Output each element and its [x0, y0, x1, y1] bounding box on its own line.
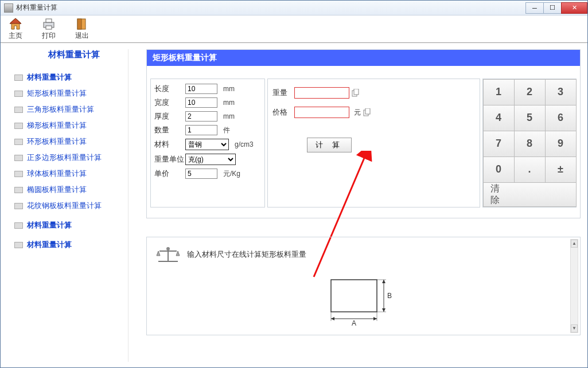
length-label: 长度 [154, 84, 185, 94]
scroll-up-icon[interactable]: ▲ [571, 240, 578, 248]
nav-item-label: 椭圆板料重量计算 [27, 185, 87, 195]
nav-item-label: 材料重量计算 [27, 240, 72, 250]
key-8[interactable]: 8 [514, 131, 546, 157]
svg-marker-20 [373, 317, 377, 320]
key-5[interactable]: 5 [514, 105, 546, 131]
thick-input[interactable] [185, 111, 217, 122]
svg-marker-19 [331, 317, 334, 320]
wunit-select[interactable]: 克(g) [185, 154, 236, 165]
close-button[interactable]: ✕ [561, 2, 587, 14]
toolbar-home-label: 主页 [9, 31, 22, 41]
thick-label: 厚度 [154, 111, 185, 122]
nav-item-5[interactable]: 正多边形板料重量计算 [13, 150, 134, 166]
nav-item-8[interactable]: 花纹钢板板料重量计算 [13, 198, 134, 214]
nav-item-4[interactable]: 环形板料重量计算 [13, 134, 134, 150]
nav-item-label: 花纹钢板板料重量计算 [27, 201, 102, 211]
nav-item-label: 正多边形板料重量计算 [27, 152, 102, 163]
key-1[interactable]: 1 [483, 79, 515, 105]
info-scrollbar[interactable]: ▲ ▼ [570, 239, 578, 333]
material-label: 材料 [154, 139, 185, 150]
doc-icon [14, 155, 23, 161]
nav-item-0[interactable]: 材料重量计算 [13, 69, 134, 85]
nav-item-label: 环形板料重量计算 [27, 136, 87, 147]
svg-rect-17 [331, 280, 377, 312]
key-6[interactable]: 6 [545, 105, 577, 131]
key-4[interactable]: 4 [483, 105, 515, 131]
doc-icon [14, 123, 23, 129]
nav-item-10[interactable]: 材料重量计算 [13, 237, 134, 253]
calc-panel: 矩形板料重量计算 长度 mm 宽度 mm [146, 49, 581, 218]
doc-icon [14, 171, 23, 177]
key-pm[interactable]: ± [545, 156, 577, 183]
key-7[interactable]: 7 [483, 131, 515, 157]
nav-item-6[interactable]: 球体板料重量计算 [13, 166, 134, 182]
nav-item-label: 材料重量计算 [27, 220, 72, 230]
material-select[interactable]: 普钢 [185, 139, 229, 150]
rprice-label: 价格 [272, 107, 294, 118]
toolbar-home[interactable]: 主页 [9, 18, 22, 41]
sidebar: 材料重量计算 材料重量计算 矩形板料重量计算 三角形板料重量计算 梯形板料重量计… [1, 44, 139, 367]
input-form: 长度 mm 宽度 mm 厚度 mm [150, 79, 265, 208]
doc-icon [14, 242, 23, 248]
rect-diagram: A B [326, 275, 395, 327]
svg-text:A: A [352, 319, 356, 327]
keypad: 1 2 3 4 5 6 7 8 9 0 . ± [482, 79, 577, 208]
result-area: 重量 价格 元 [267, 79, 480, 208]
key-2[interactable]: 2 [514, 79, 546, 105]
svg-rect-10 [365, 108, 370, 114]
key-dot[interactable]: . [514, 156, 546, 183]
nav-item-label: 矩形板料重量计算 [27, 88, 87, 99]
thick-unit: mm [223, 112, 235, 120]
svg-rect-3 [46, 19, 52, 22]
weight-output [294, 87, 349, 99]
width-label: 宽度 [154, 97, 185, 108]
price-output [294, 107, 349, 118]
nav-item-1[interactable]: 矩形板料重量计算 [13, 85, 134, 101]
nav-item-9[interactable]: 材料重量计算 [13, 217, 134, 233]
price-unit: 元/Kg [223, 169, 240, 179]
rprice-unit: 元 [354, 108, 361, 118]
doc-icon [14, 187, 23, 193]
nav-item-2[interactable]: 三角形板料重量计算 [13, 101, 134, 118]
toolbar-exit[interactable]: 退出 [75, 18, 89, 41]
nav-item-label: 梯形板料重量计算 [27, 120, 87, 131]
doc-icon [14, 203, 23, 209]
info-panel: 输入材料尺寸在线计算矩形板料重量 A B [146, 237, 581, 335]
svg-marker-24 [382, 308, 385, 312]
key-3[interactable]: 3 [545, 79, 577, 105]
info-text: 输入材料尺寸在线计算矩形板料重量 [187, 249, 306, 260]
length-input[interactable] [185, 84, 217, 94]
svg-marker-23 [382, 280, 385, 283]
key-0[interactable]: 0 [483, 156, 515, 183]
scroll-down-icon[interactable]: ▼ [571, 324, 578, 332]
length-unit: mm [223, 85, 235, 93]
toolbar-print[interactable]: 打印 [42, 18, 56, 41]
svg-marker-1 [10, 18, 21, 24]
copy-icon[interactable] [352, 89, 360, 97]
titlebar: 材料重量计算 ─ ☐ ✕ [1, 1, 587, 15]
svg-rect-8 [354, 89, 359, 95]
qty-input[interactable] [185, 125, 217, 135]
doc-icon [14, 107, 23, 113]
clear-button[interactable]: 清 除 [483, 182, 577, 208]
nav-item-3[interactable]: 梯形板料重量计算 [13, 118, 134, 134]
toolbar-exit-label: 退出 [75, 31, 89, 41]
minimize-button[interactable]: ─ [525, 2, 544, 14]
main-content: 矩形板料重量计算 长度 mm 宽度 mm [139, 44, 587, 367]
scale-icon [155, 244, 181, 265]
exit-icon [75, 18, 89, 30]
qty-label: 数量 [154, 125, 185, 135]
width-input[interactable] [185, 97, 217, 108]
svg-rect-4 [46, 26, 52, 29]
doc-icon [14, 222, 23, 229]
calculate-button[interactable]: 计 算 [307, 138, 352, 152]
key-9[interactable]: 9 [545, 131, 577, 157]
maximize-button[interactable]: ☐ [543, 2, 562, 14]
toolbar: 主页 打印 退出 [1, 15, 587, 43]
panel-title: 矩形板料重量计算 [147, 50, 580, 66]
price-input[interactable] [185, 169, 217, 179]
nav-item-label: 三角形板料重量计算 [27, 104, 94, 115]
copy-icon[interactable] [363, 108, 371, 116]
nav-item-7[interactable]: 椭圆板料重量计算 [13, 182, 134, 198]
nav-list: 材料重量计算 矩形板料重量计算 三角形板料重量计算 梯形板料重量计算 环形板料重… [13, 69, 134, 253]
